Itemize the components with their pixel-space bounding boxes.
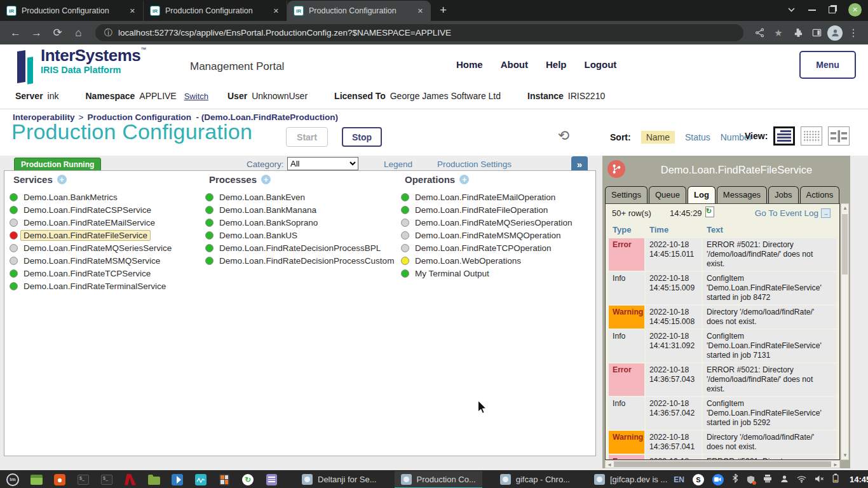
- log-header-type[interactable]: Type: [609, 223, 644, 237]
- taskbar-window[interactable]: Production Co...: [395, 471, 482, 488]
- file-manager-icon[interactable]: [146, 472, 161, 487]
- bookmark-star-icon[interactable]: ★: [770, 27, 787, 39]
- printer-icon[interactable]: [763, 474, 772, 485]
- taskbar-window[interactable]: [gifcap.dev is ...: [588, 471, 674, 488]
- production-item-label[interactable]: Demo.Loan.FindRateDecisionProcessCustom: [219, 256, 394, 266]
- scroll-up-icon[interactable]: ▲: [843, 205, 848, 211]
- production-settings-link[interactable]: Production Settings: [437, 159, 512, 169]
- keyboard-language[interactable]: EN: [674, 475, 684, 484]
- menu-button[interactable]: Menu: [799, 51, 856, 79]
- tab-search-chevron-icon[interactable]: [787, 7, 796, 13]
- auto-refresh-icon[interactable]: ↻: [705, 207, 714, 217]
- terminal-icon[interactable]: $_: [76, 472, 91, 487]
- red-app-icon[interactable]: [123, 472, 138, 487]
- event-log-link-text[interactable]: Go To Event Log: [755, 208, 818, 218]
- sort-option[interactable]: Name: [641, 131, 675, 144]
- production-item[interactable]: Demo.Loan.FindRateCSPService: [10, 203, 200, 216]
- production-item[interactable]: Demo.Loan.BankEven: [205, 191, 396, 203]
- production-item-label[interactable]: Demo.Loan.BankSoprano: [219, 218, 318, 227]
- view-list-icon[interactable]: [773, 126, 795, 146]
- window-manager-icon[interactable]: [29, 472, 44, 487]
- browser-tab[interactable]: IR Production Configuration ✕: [144, 1, 287, 21]
- production-item[interactable]: Demo.Loan.FindRateFileService: [10, 229, 200, 241]
- mint-menu-icon[interactable]: lm: [5, 472, 20, 487]
- production-item-label[interactable]: Demo.Loan.WebOperations: [415, 256, 521, 266]
- media-app-icon[interactable]: [52, 472, 67, 487]
- production-item[interactable]: Demo.Loan.BankManana: [205, 203, 396, 216]
- production-item-label[interactable]: Demo.Loan.FindRateMSMQService: [24, 256, 160, 266]
- calculator-icon[interactable]: [217, 472, 232, 487]
- s-app-tray-icon[interactable]: S: [693, 474, 704, 485]
- production-item-label[interactable]: Demo.Loan.BankMetrics: [24, 193, 118, 202]
- detail-tab[interactable]: Jobs: [768, 186, 798, 203]
- taskbar-clock[interactable]: 14:45: [850, 475, 868, 484]
- detail-tab[interactable]: Log: [688, 186, 715, 203]
- production-item[interactable]: Demo.Loan.FindRateMSMQService: [10, 254, 200, 267]
- horizontal-scrollbar[interactable]: ◄ ►: [605, 460, 840, 468]
- production-item[interactable]: Demo.Loan.FindRateDecisionProcessBPL: [205, 241, 396, 254]
- tab-close-icon[interactable]: ✕: [416, 6, 424, 17]
- production-item-label[interactable]: Demo.Loan.FindRateMQSeriesOperation: [415, 218, 573, 227]
- add-process-icon[interactable]: +: [261, 175, 271, 184]
- log-header-text[interactable]: Text: [703, 223, 836, 237]
- sort-option[interactable]: Status: [685, 132, 710, 142]
- home-icon[interactable]: ⌂: [69, 27, 88, 39]
- production-item-label[interactable]: Demo.Loan.FindRateFileService: [20, 230, 151, 241]
- scroll-left-icon[interactable]: ◄: [607, 462, 612, 468]
- detail-tab[interactable]: Settings: [605, 186, 648, 203]
- side-panel-icon[interactable]: [808, 28, 825, 37]
- browser-menu-icon[interactable]: ⋮: [845, 27, 862, 39]
- extensions-puzzle-icon[interactable]: [789, 28, 806, 37]
- minimize-icon[interactable]: [808, 10, 816, 11]
- security-shield-icon[interactable]: [747, 475, 755, 484]
- production-item[interactable]: Demo.Loan.FindRateFileOperation: [401, 203, 592, 216]
- production-item-label[interactable]: Demo.Loan.FindRateDecisionProcessBPL: [219, 243, 381, 253]
- header-nav-link[interactable]: About: [501, 59, 528, 70]
- production-item[interactable]: Demo.Loan.WebOperations: [401, 254, 592, 267]
- monitor-app-icon[interactable]: [193, 472, 208, 487]
- battery-icon[interactable]: [832, 473, 839, 485]
- video-call-tray-icon[interactable]: [712, 474, 724, 485]
- production-item[interactable]: Demo.Loan.FindRateMSMQOperation: [401, 229, 592, 241]
- production-item[interactable]: Demo.Loan.FindRateDecisionProcessCustom: [205, 254, 396, 267]
- production-item[interactable]: Demo.Loan.BankMetrics: [10, 191, 200, 203]
- terminal-2-icon[interactable]: $_: [99, 472, 114, 487]
- production-item[interactable]: Demo.Loan.BankSoprano: [205, 216, 396, 229]
- vertical-scrollbar[interactable]: ▲ ▼: [841, 203, 849, 460]
- production-item[interactable]: My Terminal Output: [401, 267, 592, 280]
- header-nav-link[interactable]: Logout: [585, 59, 617, 70]
- production-item[interactable]: Demo.Loan.FindRateEMailService: [10, 216, 200, 229]
- scroll-down-icon[interactable]: ▼: [843, 452, 848, 458]
- taskbar-window[interactable]: Deltanji for Se...: [295, 471, 383, 488]
- detail-tab[interactable]: Actions: [800, 186, 840, 203]
- production-item[interactable]: Demo.Loan.FindRateTerminalService: [10, 280, 200, 292]
- production-item-label[interactable]: Demo.Loan.FindRateFileOperation: [415, 205, 548, 215]
- production-item-label[interactable]: My Terminal Output: [415, 269, 489, 278]
- namespace-switch-link[interactable]: Switch: [184, 92, 208, 101]
- production-item-label[interactable]: Demo.Loan.FindRateEMailOperation: [415, 193, 555, 202]
- production-item[interactable]: Demo.Loan.FindRateTCPOperation: [401, 241, 592, 254]
- vertical-scroll-thumb[interactable]: [842, 214, 848, 274]
- url-bar[interactable]: ⓘ localhost:52773/csp/applive/EnsPortal.…: [95, 24, 743, 41]
- production-item-label[interactable]: Demo.Loan.FindRateTCPService: [24, 269, 151, 278]
- scroll-right-icon[interactable]: ►: [833, 462, 838, 468]
- page-info-icon[interactable]: ⓘ: [104, 27, 112, 39]
- wifi-icon[interactable]: [797, 474, 806, 485]
- profile-avatar[interactable]: [827, 25, 843, 41]
- add-operation-icon[interactable]: +: [459, 175, 469, 184]
- production-item-label[interactable]: Demo.Loan.FindRateMQSeriesService: [24, 243, 172, 253]
- view-grid-icon[interactable]: [801, 126, 822, 146]
- production-item-label[interactable]: Demo.Loan.FindRateMSMQOperation: [415, 231, 561, 240]
- browser-tab[interactable]: IR Production Configuration ✕: [287, 1, 431, 21]
- production-item[interactable]: Demo.Loan.FindRateMQSeriesService: [10, 241, 200, 254]
- stop-button[interactable]: Stop: [342, 127, 382, 147]
- production-item[interactable]: Demo.Loan.FindRateTCPService: [10, 267, 200, 280]
- start-button[interactable]: Start: [286, 127, 328, 147]
- share-icon[interactable]: [751, 28, 768, 37]
- header-nav-link[interactable]: Home: [456, 59, 483, 70]
- new-tab-button[interactable]: +: [440, 3, 447, 17]
- url-text[interactable]: localhost:52773/csp/applive/EnsPortal.Pr…: [118, 28, 451, 37]
- production-item-label[interactable]: Demo.Loan.BankUS: [219, 231, 297, 240]
- production-item-label[interactable]: Demo.Loan.FindRateTCPOperation: [415, 243, 552, 253]
- backup-app-icon[interactable]: ↻: [240, 472, 255, 487]
